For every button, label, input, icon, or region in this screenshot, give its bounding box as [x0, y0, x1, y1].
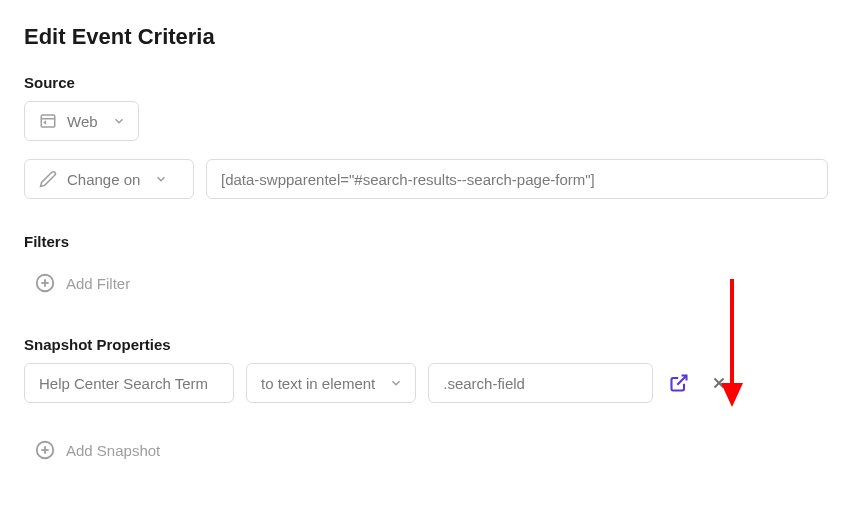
svg-line-5 [678, 376, 687, 385]
page-title: Edit Event Criteria [24, 24, 828, 50]
pencil-icon [39, 170, 57, 188]
snapshot-section-label: Snapshot Properties [24, 336, 828, 353]
chevron-down-icon [389, 376, 403, 390]
close-icon [710, 374, 728, 392]
snapshot-selector-input[interactable]: .search-field [428, 363, 653, 403]
snapshot-binding-select[interactable]: to text in element [246, 363, 416, 403]
trigger-selector-value: [data-swpparentel="#search-results--sear… [221, 171, 595, 188]
plus-circle-icon [34, 439, 56, 461]
source-platform-select[interactable]: Web [24, 101, 139, 141]
snapshot-name-placeholder: Help Center Search Term [39, 375, 208, 392]
trigger-type-select[interactable]: Change on [24, 159, 194, 199]
svg-rect-0 [41, 115, 55, 127]
trigger-selector-input[interactable]: [data-swpparentel="#search-results--sear… [206, 159, 828, 199]
trigger-type-value: Change on [67, 171, 140, 188]
add-snapshot-button[interactable]: Add Snapshot [28, 435, 166, 465]
snapshot-name-input[interactable]: Help Center Search Term [24, 363, 234, 403]
browser-icon [39, 112, 57, 130]
plus-circle-icon [34, 272, 56, 294]
add-filter-label: Add Filter [66, 275, 130, 292]
filters-section-label: Filters [24, 233, 828, 250]
add-filter-button[interactable]: Add Filter [28, 268, 136, 298]
remove-snapshot-button[interactable] [705, 369, 733, 397]
chevron-down-icon [154, 172, 168, 186]
snapshot-selector-value: .search-field [443, 375, 525, 392]
source-platform-value: Web [67, 113, 98, 130]
external-link-icon [669, 373, 689, 393]
source-section-label: Source [24, 74, 828, 91]
chevron-down-icon [112, 114, 126, 128]
snapshot-binding-value: to text in element [261, 375, 375, 392]
open-selector-button[interactable] [665, 369, 693, 397]
add-snapshot-label: Add Snapshot [66, 442, 160, 459]
